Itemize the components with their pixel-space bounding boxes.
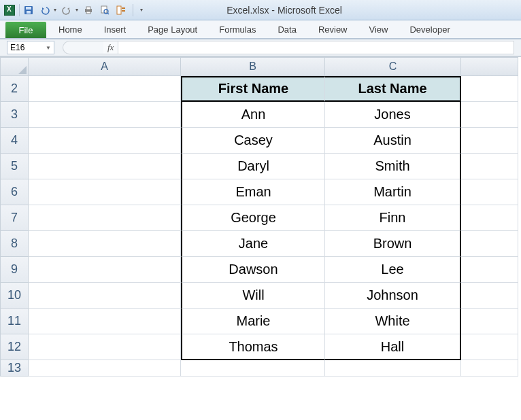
cell[interactable] bbox=[29, 360, 181, 377]
qat-separator bbox=[19, 4, 20, 16]
sheet-grid: 2 3 4 5 6 7 8 9 10 11 12 13 First Name L… bbox=[0, 76, 521, 377]
title-bar: ▾ ▾ ▾ Excel.xlsx - Microsoft Excel bbox=[0, 0, 521, 20]
row-header[interactable]: 3 bbox=[0, 102, 29, 128]
tab-formulas[interactable]: Formulas bbox=[208, 20, 267, 38]
tab-page-layout[interactable]: Page Layout bbox=[137, 20, 208, 38]
svg-rect-1 bbox=[26, 7, 31, 10]
cell[interactable] bbox=[29, 257, 181, 283]
cell[interactable] bbox=[461, 179, 518, 205]
column-header-d[interactable] bbox=[461, 57, 518, 76]
cell[interactable] bbox=[181, 360, 325, 377]
tab-review[interactable]: Review bbox=[307, 20, 358, 38]
fx-group: fx bbox=[63, 41, 118, 54]
excel-app-icon bbox=[4, 5, 15, 16]
cell[interactable] bbox=[29, 231, 181, 257]
cell[interactable]: Finn bbox=[325, 205, 461, 231]
fx-buttons-area bbox=[63, 41, 103, 54]
cell[interactable]: Martin bbox=[325, 179, 461, 205]
cell[interactable] bbox=[461, 257, 518, 283]
formula-input[interactable] bbox=[118, 41, 514, 54]
cell[interactable] bbox=[461, 128, 518, 154]
row-header[interactable]: 6 bbox=[0, 179, 29, 205]
cell[interactable] bbox=[29, 179, 181, 205]
tab-data[interactable]: Data bbox=[267, 20, 307, 38]
column-headers: A B C bbox=[0, 57, 521, 76]
cell[interactable]: George bbox=[181, 205, 325, 231]
row-header[interactable]: 10 bbox=[0, 283, 29, 309]
cell[interactable] bbox=[461, 102, 518, 128]
cell[interactable]: Johnson bbox=[325, 283, 461, 309]
cell[interactable] bbox=[29, 309, 181, 334]
cell[interactable] bbox=[461, 334, 518, 360]
row-header[interactable]: 2 bbox=[0, 76, 29, 102]
cell[interactable]: Daryl bbox=[181, 154, 325, 179]
ribbon-tabs: File Home Insert Page Layout Formulas Da… bbox=[0, 20, 521, 39]
cell[interactable]: Will bbox=[181, 283, 325, 309]
row-header[interactable]: 4 bbox=[0, 128, 29, 154]
cell[interactable] bbox=[29, 334, 181, 360]
cell[interactable]: Ann bbox=[181, 102, 325, 128]
row-header[interactable]: 8 bbox=[0, 231, 29, 257]
column-header-c[interactable]: C bbox=[325, 57, 461, 76]
cell[interactable] bbox=[461, 309, 518, 334]
select-all-corner[interactable] bbox=[0, 57, 29, 76]
cell[interactable]: Marie bbox=[181, 309, 325, 334]
cell[interactable] bbox=[29, 205, 181, 231]
table-header-first-name[interactable]: First Name bbox=[181, 76, 325, 102]
row-header[interactable]: 5 bbox=[0, 154, 29, 179]
row-header[interactable]: 11 bbox=[0, 309, 29, 334]
tab-view[interactable]: View bbox=[358, 20, 399, 38]
row-header[interactable]: 12 bbox=[0, 334, 29, 360]
cell[interactable]: Lee bbox=[325, 257, 461, 283]
cell[interactable] bbox=[461, 360, 518, 377]
cells-area: First Name Last Name Ann Jones Casey Aus… bbox=[29, 76, 518, 377]
cell[interactable] bbox=[325, 360, 461, 377]
cell[interactable]: White bbox=[325, 309, 461, 334]
cell[interactable]: Smith bbox=[325, 154, 461, 179]
cell[interactable]: Jane bbox=[181, 231, 325, 257]
table-header-last-name[interactable]: Last Name bbox=[325, 76, 461, 102]
cell[interactable] bbox=[461, 205, 518, 231]
cell[interactable] bbox=[461, 231, 518, 257]
cell[interactable]: Brown bbox=[325, 231, 461, 257]
cell[interactable]: Thomas bbox=[181, 334, 325, 360]
cell[interactable] bbox=[461, 283, 518, 309]
tab-insert[interactable]: Insert bbox=[93, 20, 137, 38]
column-header-a[interactable]: A bbox=[29, 57, 181, 76]
formula-bar-row: E16 ▼ fx bbox=[0, 39, 521, 57]
cell[interactable]: Hall bbox=[325, 334, 461, 360]
cell[interactable] bbox=[461, 76, 518, 102]
cell[interactable] bbox=[29, 154, 181, 179]
cell[interactable] bbox=[29, 128, 181, 154]
cell[interactable]: Austin bbox=[325, 128, 461, 154]
row-header[interactable]: 13 bbox=[0, 360, 29, 377]
name-box[interactable]: E16 ▼ bbox=[7, 41, 54, 54]
cell[interactable] bbox=[29, 102, 181, 128]
column-header-b[interactable]: B bbox=[181, 57, 325, 76]
name-box-value: E16 bbox=[10, 43, 24, 52]
row-header[interactable]: 9 bbox=[0, 257, 29, 283]
window-title: Excel.xlsx - Microsoft Excel bbox=[48, 5, 521, 16]
cell[interactable]: Casey bbox=[181, 128, 325, 154]
svg-rect-2 bbox=[27, 11, 31, 14]
cell[interactable] bbox=[29, 76, 181, 102]
fx-icon[interactable]: fx bbox=[103, 41, 118, 54]
tab-home[interactable]: Home bbox=[48, 20, 93, 38]
file-tab[interactable]: File bbox=[5, 22, 46, 38]
cell[interactable] bbox=[461, 154, 518, 179]
cell[interactable]: Dawson bbox=[181, 257, 325, 283]
save-icon[interactable] bbox=[22, 4, 35, 16]
name-box-dropdown-icon[interactable]: ▼ bbox=[46, 45, 51, 51]
row-header[interactable]: 7 bbox=[0, 205, 29, 231]
cell[interactable] bbox=[29, 283, 181, 309]
cell[interactable]: Jones bbox=[325, 102, 461, 128]
cell[interactable]: Eman bbox=[181, 179, 325, 205]
tab-developer[interactable]: Developer bbox=[399, 20, 460, 38]
row-headers: 2 3 4 5 6 7 8 9 10 11 12 13 bbox=[0, 76, 29, 377]
